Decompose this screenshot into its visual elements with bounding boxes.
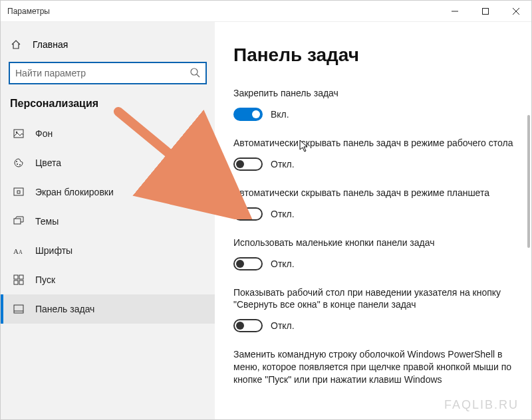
sidebar-item-label: Цвета (35, 158, 61, 168)
watermark: FAQLIB.RU (444, 398, 519, 412)
palette-icon (13, 158, 25, 168)
toggle-small-buttons[interactable] (233, 257, 263, 270)
sidebar-item-fonts[interactable]: AA Шрифты (1, 236, 215, 265)
svg-rect-12 (17, 191, 20, 193)
toggle-state-text: Откл. (271, 259, 295, 269)
sidebar-item-label: Экран блокировки (35, 187, 114, 197)
page-title: Панель задач (233, 45, 519, 66)
sidebar-item-label: Темы (35, 216, 59, 227)
sidebar-item-start[interactable]: Пуск (1, 265, 215, 294)
lockscreen-icon (13, 187, 25, 197)
setting-autohide-desktop: Автоматически скрывать панель задач в ре… (233, 137, 519, 171)
sidebar-item-label: Пуск (35, 274, 55, 285)
sidebar-item-label: Панель задач (35, 304, 94, 314)
titlebar: Параметры (1, 1, 531, 22)
toggle-state-text: Откл. (271, 320, 295, 331)
svg-line-5 (197, 74, 200, 77)
sidebar: Главная Найти параметр Персонализация Фо… (1, 22, 215, 419)
svg-rect-19 (19, 280, 23, 284)
setting-label: Закрепить панель задач (233, 87, 519, 100)
toggle-lock-taskbar[interactable] (233, 108, 263, 121)
toggle-peek-desktop[interactable] (233, 319, 263, 332)
svg-rect-18 (14, 280, 18, 284)
svg-rect-16 (14, 275, 18, 279)
minimize-button[interactable] (440, 1, 470, 21)
setting-small-buttons: Использовать маленькие кнопки панели зад… (233, 237, 519, 270)
setting-autohide-tablet: Автоматически скрывать панель задач в ре… (233, 187, 519, 221)
content-pane: Панель задач Закрепить панель задач Вкл.… (215, 22, 531, 419)
start-icon (13, 274, 25, 285)
sidebar-item-label: Фон (35, 128, 53, 139)
sidebar-item-background[interactable]: Фон (1, 119, 215, 148)
setting-label: Автоматически скрывать панель задач в ре… (233, 187, 519, 199)
themes-icon (13, 216, 25, 227)
setting-label: Заменить командную строку оболочкой Wind… (233, 348, 519, 386)
close-button[interactable] (501, 1, 531, 21)
setting-lock-taskbar: Закрепить панель задач Вкл. (233, 87, 519, 121)
toggle-autohide-desktop[interactable] (233, 158, 263, 171)
svg-rect-20 (14, 305, 23, 313)
setting-label: Использовать маленькие кнопки панели зад… (233, 237, 519, 249)
svg-rect-1 (483, 8, 489, 14)
svg-rect-17 (19, 275, 23, 279)
sidebar-item-lockscreen[interactable]: Экран блокировки (1, 177, 215, 207)
setting-powershell-partial: Заменить командную строку оболочкой Wind… (233, 348, 519, 386)
setting-label: Автоматически скрывать панель задач в ре… (233, 137, 519, 150)
content-scrollbar[interactable] (527, 115, 530, 248)
sidebar-item-themes[interactable]: Темы (1, 207, 215, 236)
svg-text:A: A (13, 247, 19, 255)
svg-rect-11 (14, 188, 23, 195)
svg-point-4 (191, 68, 198, 75)
svg-point-10 (19, 164, 21, 165)
picture-icon (13, 128, 25, 139)
maximize-button[interactable] (470, 1, 501, 21)
home-nav[interactable]: Главная (1, 34, 215, 55)
home-icon (10, 39, 22, 50)
search-icon (190, 67, 200, 80)
fonts-icon: AA (13, 246, 25, 255)
window-title: Параметры (7, 7, 440, 16)
svg-rect-13 (14, 219, 21, 224)
taskbar-icon (13, 304, 25, 314)
toggle-state-text: Откл. (271, 209, 295, 219)
setting-peek-desktop: Показывать рабочий стол при наведении ук… (233, 286, 519, 333)
toggle-autohide-tablet[interactable] (233, 207, 263, 221)
svg-point-8 (16, 161, 17, 162)
setting-label: Показывать рабочий стол при наведении ук… (233, 286, 519, 312)
sidebar-item-colors[interactable]: Цвета (1, 148, 215, 177)
toggle-state-text: Вкл. (271, 109, 289, 120)
search-placeholder: Найти параметр (15, 68, 86, 78)
search-input[interactable]: Найти параметр (9, 62, 207, 84)
sidebar-section-title: Персонализация (1, 94, 215, 119)
toggle-state-text: Откл. (271, 159, 295, 169)
svg-point-9 (17, 163, 18, 165)
sidebar-item-label: Шрифты (35, 245, 72, 256)
home-label: Главная (33, 39, 68, 50)
sidebar-item-taskbar[interactable]: Панель задач (1, 294, 215, 324)
svg-text:A: A (19, 249, 23, 255)
